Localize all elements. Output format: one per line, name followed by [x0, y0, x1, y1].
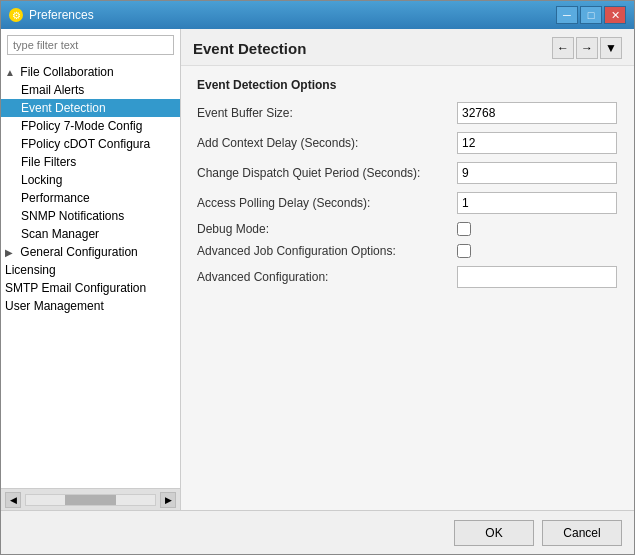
spinner-add-context-delay: ▲ ▼: [457, 132, 617, 154]
field-access-polling-delay: Access Polling Delay (Seconds): ▲ ▼: [197, 192, 618, 214]
checkbox-advanced-job-config[interactable]: [457, 244, 471, 258]
label-advanced-job-config: Advanced Job Configuration Options:: [197, 244, 457, 258]
footer: OK Cancel: [1, 510, 634, 554]
field-change-dispatch-quiet: Change Dispatch Quiet Period (Seconds): …: [197, 162, 618, 184]
spinner-value-change-dispatch[interactable]: [458, 163, 616, 183]
sidebar-item-user-management[interactable]: User Management: [1, 297, 180, 315]
spinner-access-polling-delay: ▲ ▼: [457, 192, 617, 214]
sidebar-item-scan-manager[interactable]: Scan Manager: [1, 225, 180, 243]
sidebar-item-fpolicy-7mode[interactable]: FPolicy 7-Mode Config: [1, 117, 180, 135]
maximize-button[interactable]: □: [580, 6, 602, 24]
sidebar-item-licensing[interactable]: Licensing: [1, 261, 180, 279]
cancel-button[interactable]: Cancel: [542, 520, 622, 546]
title-bar-left: ⚙ Preferences: [9, 8, 94, 22]
spinner-buttons-access-polling: ▲ ▼: [616, 193, 617, 213]
spinner-value-add-context[interactable]: [458, 133, 616, 153]
window-title: Preferences: [29, 8, 94, 22]
title-bar: ⚙ Preferences ─ □ ✕: [1, 1, 634, 29]
control-debug-mode: [457, 222, 471, 236]
field-add-context-delay: Add Context Delay (Seconds): ▲ ▼: [197, 132, 618, 154]
dropdown-button[interactable]: ▼: [600, 37, 622, 59]
field-advanced-config: Advanced Configuration:: [197, 266, 618, 288]
label-debug-mode: Debug Mode:: [197, 222, 457, 236]
field-advanced-job-config: Advanced Job Configuration Options:: [197, 244, 618, 258]
expand-icon-collapsed: ▶: [5, 247, 17, 258]
left-panel: ▲ File Collaboration Email Alerts Event …: [1, 29, 181, 510]
panel-title: Event Detection: [193, 40, 306, 57]
filter-input[interactable]: [7, 35, 174, 55]
spinner-buttons-add-context: ▲ ▼: [616, 133, 617, 153]
sidebar-item-file-filters[interactable]: File Filters: [1, 153, 180, 171]
label-add-context-delay: Add Context Delay (Seconds):: [197, 136, 457, 150]
text-advanced-config[interactable]: [457, 266, 617, 288]
scroll-track[interactable]: [25, 494, 156, 506]
right-content: Event Detection Options Event Buffer Siz…: [181, 66, 634, 510]
spinner-value-event-buffer[interactable]: [458, 103, 616, 123]
label-event-buffer-size: Event Buffer Size:: [197, 106, 457, 120]
control-change-dispatch-quiet: ▲ ▼: [457, 162, 617, 184]
section-title: Event Detection Options: [197, 78, 618, 92]
forward-button[interactable]: →: [576, 37, 598, 59]
field-debug-mode: Debug Mode:: [197, 222, 618, 236]
sidebar-item-smtp-email[interactable]: SMTP Email Configuration: [1, 279, 180, 297]
field-event-buffer-size: Event Buffer Size: ▲ ▼: [197, 102, 618, 124]
preferences-window: ⚙ Preferences ─ □ ✕ ▲ File Collaboration…: [0, 0, 635, 555]
sidebar-item-performance[interactable]: Performance: [1, 189, 180, 207]
sidebar-item-fpolicy-cdot[interactable]: FPolicy cDOT Configura: [1, 135, 180, 153]
scroll-left-button[interactable]: ◀: [5, 492, 21, 508]
label-change-dispatch-quiet: Change Dispatch Quiet Period (Seconds):: [197, 166, 457, 180]
sidebar-item-snmp-notifications[interactable]: SNMP Notifications: [1, 207, 180, 225]
label-access-polling-delay: Access Polling Delay (Seconds):: [197, 196, 457, 210]
spinner-value-access-polling[interactable]: [458, 193, 616, 213]
checkbox-debug-mode[interactable]: [457, 222, 471, 236]
expand-icon: ▲: [5, 67, 17, 78]
sidebar-item-locking[interactable]: Locking: [1, 171, 180, 189]
right-header: Event Detection ← → ▼: [181, 29, 634, 66]
sidebar-item-general-configuration[interactable]: ▶ General Configuration: [1, 243, 180, 261]
spinner-event-buffer-size: ▲ ▼: [457, 102, 617, 124]
scroll-right-button[interactable]: ▶: [160, 492, 176, 508]
main-content: ▲ File Collaboration Email Alerts Event …: [1, 29, 634, 510]
right-panel: Event Detection ← → ▼ Event Detection Op…: [181, 29, 634, 510]
scroll-thumb: [65, 495, 117, 505]
control-advanced-job-config: [457, 244, 471, 258]
sidebar-item-email-alerts[interactable]: Email Alerts: [1, 81, 180, 99]
spinner-change-dispatch-quiet: ▲ ▼: [457, 162, 617, 184]
title-bar-buttons: ─ □ ✕: [556, 6, 626, 24]
control-access-polling-delay: ▲ ▼: [457, 192, 617, 214]
window-icon: ⚙: [9, 8, 23, 22]
tree: ▲ File Collaboration Email Alerts Event …: [1, 61, 180, 488]
spinner-buttons-change-dispatch: ▲ ▼: [616, 163, 617, 183]
minimize-button[interactable]: ─: [556, 6, 578, 24]
toolbar-buttons: ← → ▼: [552, 37, 622, 59]
control-advanced-config: [457, 266, 617, 288]
back-button[interactable]: ←: [552, 37, 574, 59]
spinner-buttons-event-buffer: ▲ ▼: [616, 103, 617, 123]
ok-button[interactable]: OK: [454, 520, 534, 546]
left-panel-scrollbar: ◀ ▶: [1, 488, 180, 510]
close-button[interactable]: ✕: [604, 6, 626, 24]
sidebar-item-file-collaboration[interactable]: ▲ File Collaboration: [1, 63, 180, 81]
control-event-buffer-size: ▲ ▼: [457, 102, 617, 124]
control-add-context-delay: ▲ ▼: [457, 132, 617, 154]
sidebar-item-event-detection[interactable]: Event Detection: [1, 99, 180, 117]
label-advanced-config: Advanced Configuration:: [197, 270, 457, 284]
